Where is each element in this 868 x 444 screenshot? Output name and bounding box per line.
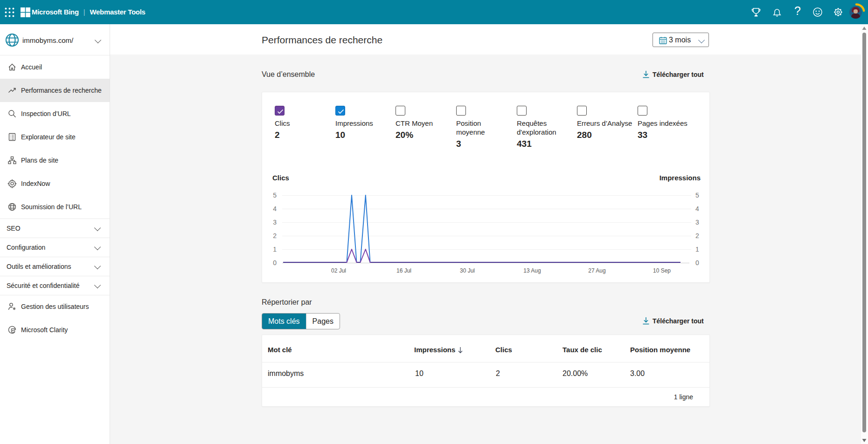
svg-text:5: 5 — [273, 191, 277, 199]
svg-text:1: 1 — [273, 246, 277, 253]
svg-text:4: 4 — [273, 205, 277, 212]
svg-text:0: 0 — [695, 259, 699, 266]
svg-text:3: 3 — [695, 219, 699, 226]
svg-text:0: 0 — [273, 259, 277, 266]
svg-text:5: 5 — [695, 191, 699, 199]
svg-text:1: 1 — [695, 246, 699, 253]
svg-text:Clics: Clics — [272, 174, 289, 182]
svg-text:3: 3 — [273, 219, 277, 226]
svg-text:30 Jul: 30 Jul — [460, 267, 475, 274]
svg-text:10 Sep: 10 Sep — [653, 267, 671, 274]
svg-text:2: 2 — [273, 232, 277, 239]
svg-text:02 Jul: 02 Jul — [331, 267, 346, 274]
svg-text:4: 4 — [695, 205, 699, 212]
svg-text:27 Aug: 27 Aug — [588, 267, 605, 274]
svg-text:13 Aug: 13 Aug — [523, 267, 541, 274]
svg-text:16 Jul: 16 Jul — [396, 267, 411, 274]
svg-text:Impressions: Impressions — [660, 174, 701, 182]
svg-text:2: 2 — [695, 232, 699, 239]
